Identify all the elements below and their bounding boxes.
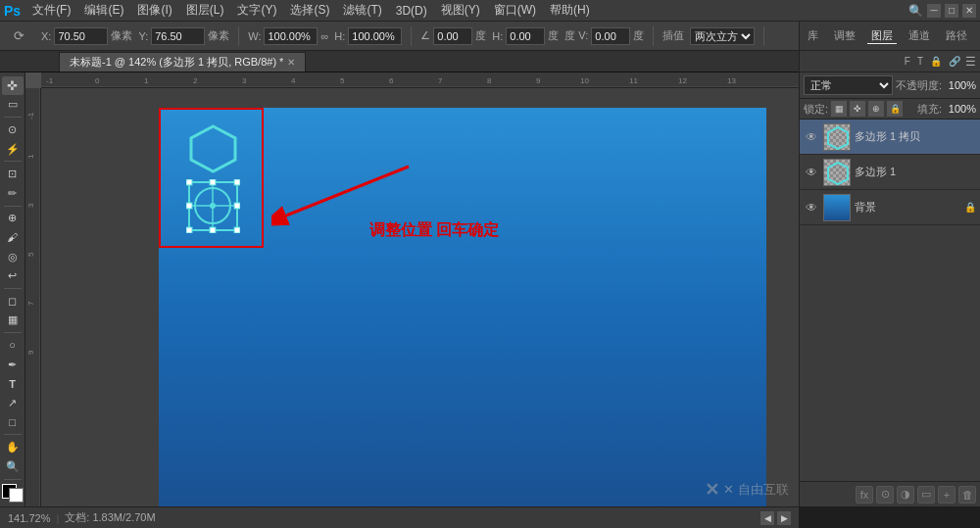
selection-tool[interactable]: ▭ — [2, 96, 24, 115]
svg-text:2: 2 — [193, 76, 198, 85]
svg-rect-32 — [186, 203, 192, 209]
y-position-group: Y: 像素 — [138, 27, 229, 45]
doc-info[interactable]: 文档: 1.83M/2.70M — [65, 510, 155, 525]
lock-art-icon[interactable]: ⊕ — [868, 101, 884, 117]
right-panel-tab-row2: F T 🔒 🔗 ☰ — [799, 51, 980, 72]
svg-text:8: 8 — [487, 76, 492, 85]
photoshop-canvas[interactable]: 调整位置 回车确定 — [159, 108, 766, 506]
path-select-tool[interactable]: ↗ — [2, 394, 24, 412]
h-input[interactable] — [348, 27, 402, 45]
layers-list: 👁 多边形 1 拷贝 👁 多边形 1 — [800, 120, 980, 481]
window-minimize[interactable]: ─ — [927, 4, 941, 18]
tab-close-icon[interactable]: ✕ — [287, 57, 295, 68]
watermark: ✕ ✕ 自由互联 — [705, 479, 789, 501]
lasso-tool[interactable]: ⊙ — [2, 120, 24, 139]
layers-icon-lock[interactable]: 🔒 — [928, 55, 944, 68]
layers-menu-icon[interactable]: ☰ — [965, 55, 976, 69]
menu-item-file[interactable]: 文件(F) — [26, 0, 76, 21]
eyedropper-tool[interactable]: ✏ — [2, 184, 24, 203]
w-label: W: — [248, 30, 261, 42]
menu-item-layer[interactable]: 图层(L) — [180, 0, 230, 21]
w-input[interactable] — [264, 27, 318, 45]
angle-label: ∠ — [420, 29, 430, 42]
opacity-value[interactable]: 100% — [945, 79, 976, 91]
dodge-tool[interactable]: ○ — [2, 336, 24, 355]
eraser-tool[interactable]: ◻ — [2, 292, 24, 311]
window-close[interactable]: ✕ — [962, 4, 976, 18]
interp-label: 插值 — [662, 28, 684, 43]
menu-item-text[interactable]: 文字(Y) — [231, 0, 282, 21]
layer-visibility-bg[interactable]: 👁 — [804, 200, 819, 216]
x-input[interactable] — [54, 27, 108, 45]
zoom-level[interactable]: 141.72% — [8, 512, 50, 524]
layer-item-bg[interactable]: 👁 背景 🔒 — [800, 190, 980, 225]
blend-mode-select[interactable]: 正常 — [804, 75, 893, 95]
h2-input[interactable] — [506, 27, 545, 45]
panel-tab-layers[interactable]: 图层 — [867, 28, 897, 44]
move-tool[interactable]: ✜ — [2, 76, 24, 95]
layer-item-poly[interactable]: 👁 多边形 1 — [800, 155, 980, 190]
layer-visibility-poly[interactable]: 👁 — [804, 165, 819, 180]
menu-item-image[interactable]: 图像(I) — [131, 0, 177, 21]
svg-text:3: 3 — [26, 203, 35, 208]
magic-wand-tool[interactable]: ⚡ — [2, 140, 24, 159]
layer-item-copy[interactable]: 👁 多边形 1 拷贝 — [800, 120, 980, 155]
shape-tool[interactable]: □ — [2, 413, 24, 432]
menu-item-filter[interactable]: 滤镜(T) — [337, 0, 387, 21]
menu-item-edit[interactable]: 编辑(E) — [78, 0, 129, 21]
menu-item-select[interactable]: 选择(S) — [284, 0, 335, 21]
lock-position-icon[interactable]: ✜ — [850, 101, 865, 117]
svg-text:11: 11 — [629, 76, 638, 85]
status-next-btn[interactable]: ▶ — [777, 511, 791, 525]
width-group: W: ∞ — [248, 27, 328, 45]
ruler-left-svg: -1 1 3 5 7 9 — [25, 88, 41, 506]
crop-tool[interactable]: ⊡ — [2, 165, 24, 183]
zoom-tool[interactable]: 🔍 — [2, 457, 24, 476]
toolbar: ✜ ▭ ⊙ ⚡ ⊡ ✏ ⊕ 🖌 ◎ ↩ ◻ ▦ ○ ✒ T ↗ □ ✋ 🔍 — [0, 72, 25, 506]
panel-tab-paths[interactable]: 路径 — [942, 28, 971, 43]
history-brush-tool[interactable]: ↩ — [2, 266, 24, 285]
panel-tab-library[interactable]: 库 — [804, 28, 822, 43]
delete-layer-icon[interactable]: 🗑 — [958, 486, 976, 504]
gradient-tool[interactable]: ▦ — [2, 312, 24, 330]
menu-item-3d[interactable]: 3D(D) — [390, 2, 433, 20]
group-layers-icon[interactable]: ▭ — [917, 486, 935, 504]
svg-rect-36 — [234, 227, 240, 233]
hand-tool[interactable]: ✋ — [2, 438, 24, 456]
adjustment-icon[interactable]: ◑ — [897, 486, 914, 504]
lock-pixels-icon[interactable]: ▦ — [831, 101, 847, 117]
svg-rect-31 — [234, 179, 240, 185]
brush-tool[interactable]: 🖌 — [2, 228, 24, 247]
search-icon[interactable]: 🔍 — [908, 4, 923, 18]
window-maximize[interactable]: □ — [945, 4, 958, 18]
menu-item-window[interactable]: 窗口(W) — [488, 0, 542, 21]
layers-icon-link[interactable]: 🔗 — [947, 55, 962, 68]
menu-item-view[interactable]: 视图(Y) — [435, 0, 486, 21]
lock-all-icon[interactable]: 🔒 — [887, 101, 903, 117]
layer-visibility-copy[interactable]: 👁 — [804, 129, 819, 145]
new-layer-icon[interactable]: + — [938, 486, 956, 504]
v-input[interactable] — [591, 27, 630, 45]
interp-select[interactable]: 两次立方 — [690, 27, 755, 45]
add-mask-icon[interactable]: ⊙ — [876, 486, 894, 504]
link-wh-icon[interactable]: ∞ — [320, 30, 328, 42]
text-tool[interactable]: T — [2, 374, 24, 393]
pen-tool[interactable]: ✒ — [2, 356, 24, 374]
clone-tool[interactable]: ◎ — [2, 248, 24, 266]
panel-tab-adjustments[interactable]: 调整 — [830, 28, 859, 43]
svg-text:13: 13 — [727, 76, 736, 85]
document-tab[interactable]: 未标题-1 @ 142% (多边形 1 拷贝, RGB/8#) * ✕ — [59, 52, 306, 72]
menu-item-help[interactable]: 帮助(H) — [544, 0, 596, 21]
status-prev-btn[interactable]: ◀ — [760, 511, 774, 525]
y-input[interactable] — [151, 27, 205, 45]
link-layers-icon[interactable]: fx — [856, 486, 873, 504]
panel-tab-channels[interactable]: 通道 — [905, 28, 934, 43]
fill-value[interactable]: 100% — [945, 103, 976, 115]
transform-icon: ⟳ — [14, 28, 24, 43]
layers-icon-f[interactable]: F — [903, 55, 912, 68]
svg-point-28 — [210, 203, 216, 209]
background-color[interactable] — [9, 488, 24, 503]
angle-input[interactable] — [433, 27, 472, 45]
heal-tool[interactable]: ⊕ — [2, 209, 24, 227]
layers-icon-t[interactable]: T — [915, 55, 925, 68]
